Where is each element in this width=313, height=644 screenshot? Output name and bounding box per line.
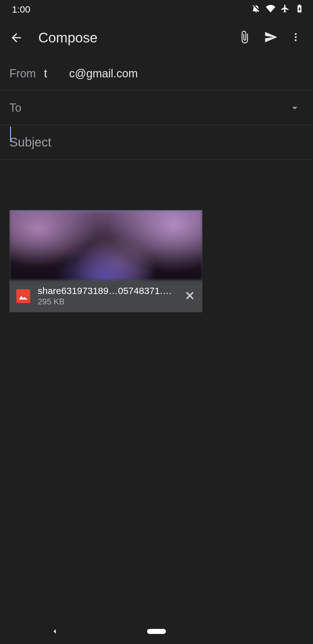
to-input[interactable] [31,101,286,114]
system-back-button[interactable] [50,627,59,637]
text-cursor [10,126,11,142]
attachment-filename: share631973189…05748371.png [38,286,177,296]
wifi-icon [266,4,275,15]
from-row[interactable]: From t c@gmail.com [0,57,313,91]
subject-input[interactable] [9,135,304,149]
remove-attachment-button[interactable] [184,290,195,303]
expand-recipients-button[interactable] [286,99,304,117]
close-icon [184,290,195,301]
attachment-preview[interactable] [9,210,202,280]
dnd-off-icon [251,4,261,15]
attachment-card: share631973189…05748371.png 295 KB [9,210,202,312]
airplane-mode-icon [280,4,290,15]
image-file-icon [16,289,30,303]
status-left: 1:00 [12,4,36,15]
from-value: t c@gmail.com [44,67,138,80]
subject-row [0,125,313,160]
attachment-meta: share631973189…05748371.png 295 KB [9,280,202,312]
system-home-pill[interactable] [147,629,166,634]
more-options-button[interactable] [290,32,301,44]
send-button[interactable] [264,30,278,45]
svg-point-4 [295,39,297,41]
system-nav-bar [0,619,313,644]
svg-point-3 [295,36,297,38]
attachment-text: share631973189…05748371.png 295 KB [38,286,177,307]
status-bar: 1:00 [0,0,313,19]
appbar-actions [238,30,307,45]
back-button[interactable] [6,31,26,45]
battery-charging-icon [295,4,304,15]
status-right [251,4,304,15]
to-row: To [0,91,313,125]
attach-button[interactable] [238,30,251,45]
attachment-size: 295 KB [38,297,177,307]
status-time: 1:00 [12,4,30,15]
compose-body[interactable]: share631973189…05748371.png 295 KB [0,160,313,322]
page-title: Compose [26,30,238,46]
app-bar: Compose [0,19,313,57]
to-label: To [9,101,21,114]
chevron-down-icon [288,102,301,114]
from-label: From [9,67,44,80]
svg-point-2 [295,33,297,35]
